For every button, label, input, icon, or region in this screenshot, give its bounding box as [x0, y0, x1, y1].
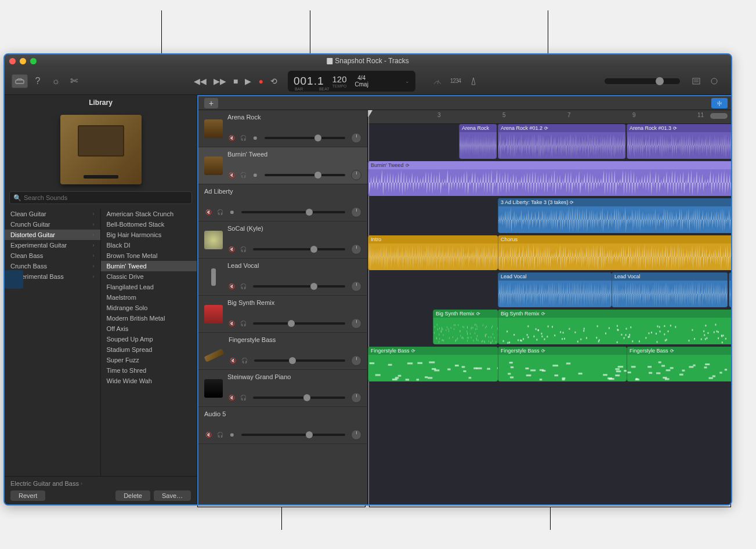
region[interactable]: Fingerstyle Bass⟳: [498, 347, 627, 381]
track-volume-slider[interactable]: [253, 397, 345, 399]
library-patch-item[interactable]: Maelstrom: [101, 292, 197, 303]
region[interactable]: Intro: [368, 235, 498, 270]
input-monitor-button[interactable]: ⏺: [227, 431, 236, 439]
region[interactable]: Burnin' Tweed⟳: [368, 161, 731, 196]
search-field[interactable]: 🔍: [9, 191, 192, 204]
zoom-window-button[interactable]: [30, 58, 37, 64]
mute-button[interactable]: 🔇: [227, 319, 236, 328]
track-header[interactable]: Big Synth Remix 🔇 🎧: [198, 296, 367, 333]
solo-headphones-button[interactable]: 🎧: [239, 319, 247, 328]
revert-button[interactable]: Revert: [10, 490, 45, 501]
solo-headphones-button[interactable]: 🎧: [239, 394, 247, 402]
track-pan-knob[interactable]: [351, 244, 361, 254]
mute-button[interactable]: 🔇: [204, 208, 212, 216]
library-patch-item[interactable]: Time to Shred: [101, 365, 197, 376]
loop-browser-button[interactable]: [706, 74, 722, 88]
library-patch-item[interactable]: Wide Wide Wah: [101, 376, 197, 386]
region[interactable]: Lead: [729, 272, 731, 307]
volume-thumb[interactable]: [306, 431, 313, 438]
library-patch-item[interactable]: Stadium Spread: [101, 344, 197, 355]
library-category-item[interactable]: Crunch Guitar›: [5, 219, 100, 230]
track-header[interactable]: SoCal (Kyle) 🔇 🎧: [198, 221, 367, 259]
master-volume-thumb[interactable]: [656, 77, 664, 85]
library-patch-item[interactable]: Flangilated Lead: [101, 282, 197, 292]
cycle-button[interactable]: ⟲: [270, 77, 277, 86]
library-patch-item[interactable]: Brown Tone Metal: [101, 250, 197, 261]
library-patch-item[interactable]: Super Fuzz: [101, 355, 197, 365]
ruler[interactable]: 357911: [368, 110, 731, 124]
volume-thumb[interactable]: [310, 246, 317, 253]
count-in-button[interactable]: 1234: [447, 74, 464, 88]
rewind-button[interactable]: ◀◀: [194, 77, 207, 86]
mute-button[interactable]: 🔇: [204, 431, 212, 439]
solo-headphones-button[interactable]: 🎧: [239, 134, 247, 142]
catch-playhead-button[interactable]: ›|‹: [711, 98, 728, 108]
record-button[interactable]: ●: [258, 77, 263, 86]
volume-thumb[interactable]: [314, 172, 321, 179]
track-header[interactable]: Ad Liberty 🔇 🎧 ⏺: [198, 184, 367, 221]
scissors-icon[interactable]: ✄: [66, 74, 82, 88]
region[interactable]: Chorus: [498, 235, 731, 270]
solo-headphones-button[interactable]: 🎧: [239, 245, 247, 253]
solo-headphones-button[interactable]: 🎧: [239, 282, 247, 290]
lcd-display[interactable]: 001.1 BAR BEAT 120 TEMPO 4/4 Cmaj ⌄: [288, 71, 415, 92]
track-volume-slider[interactable]: [241, 211, 345, 213]
library-category-list[interactable]: Clean Guitar›Crunch Guitar›Distorted Gui…: [5, 209, 101, 476]
library-patch-item[interactable]: Off Axis: [101, 323, 197, 334]
library-patch-item[interactable]: Souped Up Amp: [101, 334, 197, 344]
region[interactable]: Fingerstyle Bass⟳: [368, 347, 498, 381]
track-header[interactable]: Steinway Grand Piano 🔇 🎧: [198, 370, 367, 407]
track-header[interactable]: Burnin' Tweed 🔇 🎧 ⏺: [198, 147, 367, 184]
track-pan-knob[interactable]: [351, 133, 361, 143]
add-track-button[interactable]: +: [204, 98, 218, 108]
track-volume-slider[interactable]: [253, 322, 345, 325]
volume-thumb[interactable]: [314, 134, 321, 141]
track-volume-slider[interactable]: [253, 285, 345, 288]
region[interactable]: Lead Vocal: [612, 272, 728, 307]
library-patch-item[interactable]: Black DI: [101, 240, 197, 250]
region[interactable]: Arena Rock #01.2⟳: [498, 124, 625, 159]
horizontal-zoom-thumb[interactable]: [710, 113, 728, 119]
library-patch-item[interactable]: Classic Drive: [101, 271, 197, 282]
track-volume-slider[interactable]: [241, 434, 345, 436]
solo-headphones-button[interactable]: 🎧: [216, 208, 224, 216]
volume-thumb[interactable]: [306, 209, 313, 216]
track-volume-slider[interactable]: [254, 359, 345, 362]
solo-headphones-button[interactable]: 🎧: [239, 171, 247, 179]
notepad-button[interactable]: [688, 74, 704, 88]
play-button[interactable]: ▶: [245, 77, 251, 86]
mute-button[interactable]: 🔇: [227, 134, 236, 142]
workspace-timeline[interactable]: 357911 Arena RockArena Rock #01.2⟳Arena …: [368, 110, 731, 504]
track-pan-knob[interactable]: [351, 170, 361, 180]
region[interactable]: Big Synth Remix⟳: [498, 310, 731, 344]
library-patch-item[interactable]: Modern British Metal: [101, 313, 197, 323]
library-toggle-button[interactable]: [12, 74, 28, 88]
stop-button[interactable]: ■: [233, 77, 238, 86]
close-window-button[interactable]: [9, 58, 16, 64]
minimize-window-button[interactable]: [20, 58, 26, 64]
track-volume-slider[interactable]: [265, 174, 345, 176]
track-header[interactable]: Lead Vocal 🔇 🎧: [198, 259, 367, 296]
input-monitor-button[interactable]: ⏺: [227, 208, 236, 216]
volume-thumb[interactable]: [310, 283, 317, 290]
mute-button[interactable]: 🔇: [227, 171, 236, 179]
track-header[interactable]: Audio 5 🔇 🎧 ⏺: [198, 407, 367, 444]
track-pan-knob[interactable]: [351, 392, 361, 403]
region[interactable]: Arena Rock: [459, 124, 497, 159]
volume-thumb[interactable]: [289, 357, 296, 364]
track-pan-knob[interactable]: [351, 430, 361, 440]
library-breadcrumb[interactable]: Electric Guitar and Bass ›: [10, 480, 191, 487]
region[interactable]: Fingerstyle Bass⟳: [627, 347, 731, 381]
region[interactable]: 3 Ad Liberty: Take 3 (3 takes)⟳: [498, 198, 731, 233]
mute-button[interactable]: 🔇: [227, 282, 236, 290]
forward-button[interactable]: ▶▶: [214, 77, 226, 86]
track-header[interactable]: Fingerstyle Bass 🔇 🎧: [198, 333, 367, 370]
track-pan-knob[interactable]: [351, 281, 361, 292]
solo-headphones-button[interactable]: 🎧: [240, 357, 248, 365]
region[interactable]: Lead Vocal: [498, 272, 612, 307]
track-pan-knob[interactable]: [351, 355, 361, 366]
input-monitor-button[interactable]: ⏺: [251, 134, 259, 142]
save-button[interactable]: Save…: [154, 490, 191, 501]
master-volume-slider[interactable]: [605, 78, 680, 84]
library-patch-item[interactable]: Midrange Solo: [101, 303, 197, 313]
